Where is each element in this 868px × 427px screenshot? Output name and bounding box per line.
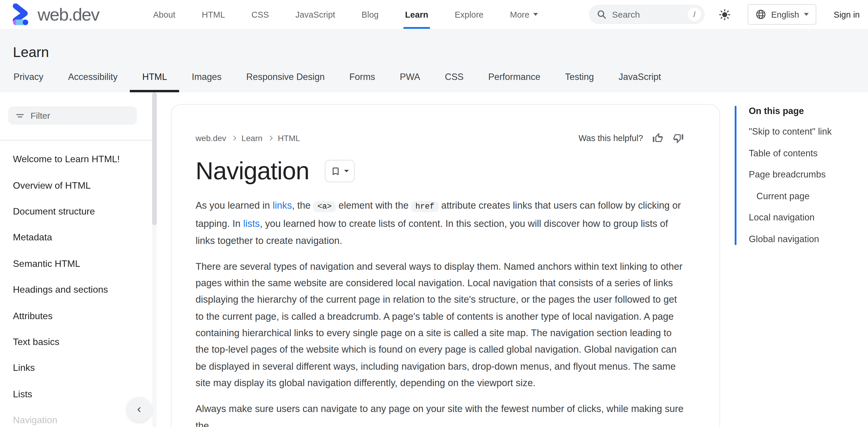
sidebar-collapse-button[interactable]	[127, 397, 152, 422]
toc-item-local-navigation[interactable]: Local navigation	[749, 207, 867, 228]
breadcrumb-learn[interactable]: Learn	[241, 134, 262, 143]
chevron-right-icon	[268, 136, 273, 141]
toc-accent-rule	[735, 106, 737, 245]
breadcrumb-web-dev[interactable]: web.dev	[195, 134, 226, 143]
toc-items: "Skip to content" linkTable of contentsP…	[749, 121, 867, 250]
tab-accessibility[interactable]: Accessibility	[56, 63, 130, 92]
tab-privacy[interactable]: Privacy	[1, 63, 56, 92]
topnav-link-css[interactable]: CSS	[251, 0, 269, 29]
chevron-right-icon	[231, 136, 237, 141]
sidebar-divider	[0, 140, 153, 140]
chevron-left-icon	[135, 405, 143, 414]
top-navigation-bar: web.dev AboutHTMLCSSJavaScriptBlogLearnE…	[0, 0, 868, 29]
topnav-link-label: JavaScript	[296, 10, 335, 19]
thumbs-down-button[interactable]	[673, 132, 684, 144]
topnav-links: AboutHTMLCSSJavaScriptBlogLearnExploreMo…	[153, 0, 538, 29]
tab-forms[interactable]: Forms	[337, 63, 388, 92]
topnav-link-blog[interactable]: Blog	[362, 0, 378, 29]
thumbs-up-button[interactable]	[652, 132, 663, 144]
language-selector[interactable]: English	[748, 4, 816, 25]
sidebar-scrollbar-thumb[interactable]	[152, 92, 157, 225]
feedback-widget: Was this helpful?	[579, 132, 684, 144]
sidebar-item-overview-of-html[interactable]: Overview of HTML	[0, 172, 159, 199]
chevron-down-icon	[344, 170, 349, 172]
learn-hero-section: Learn PrivacyAccessibilityHTMLImagesResp…	[0, 29, 868, 92]
bookmark-button[interactable]	[325, 160, 355, 182]
toc-item-global-navigation[interactable]: Global navigation	[749, 228, 867, 250]
toc-item-page-breadcrumbs[interactable]: Page breadcrumbs	[749, 164, 867, 186]
breadcrumb-links: web.devLearnHTML	[195, 134, 300, 143]
sidebar-chapter-list: Welcome to Learn HTML!Overview of HTMLDo…	[0, 146, 159, 427]
course-sidebar: Filter Welcome to Learn HTML!Overview of…	[0, 92, 166, 427]
search-shortcut-badge: /	[688, 8, 701, 21]
topnav-link-more[interactable]: More	[510, 0, 538, 29]
topnav-link-label: CSS	[251, 10, 269, 19]
filter-placeholder: Filter	[31, 111, 50, 120]
inline-link-links[interactable]: links	[273, 200, 292, 210]
tab-images[interactable]: Images	[179, 63, 234, 92]
page: web.dev AboutHTMLCSSJavaScriptBlogLearnE…	[0, 0, 868, 427]
feedback-label: Was this helpful?	[579, 134, 643, 143]
search-placeholder: Search	[612, 9, 640, 20]
toc-item-current-page[interactable]: Current page	[749, 186, 867, 207]
sidebar-item-document-structure[interactable]: Document structure	[0, 199, 159, 225]
topnav-link-label: Blog	[362, 10, 378, 19]
topnav-link-label: About	[153, 10, 176, 19]
tab-html[interactable]: HTML	[130, 63, 179, 92]
inline-code: href	[411, 201, 439, 212]
theme-toggle-button[interactable]	[718, 7, 732, 22]
tab-responsive-design[interactable]: Responsive Design	[234, 63, 337, 92]
search-icon	[597, 9, 607, 20]
article-card: web.devLearnHTML Was this helpful? Navig…	[171, 104, 720, 427]
toc-list: On this page "Skip to content" linkTable…	[749, 104, 867, 250]
topnav-link-javascript[interactable]: JavaScript	[296, 0, 335, 29]
webdev-logo-icon	[10, 3, 32, 26]
webdev-logo[interactable]: web.dev	[10, 3, 99, 26]
paragraph: Always make sure users can navigate to a…	[195, 401, 685, 427]
paragraph: There are several types of navigation an…	[195, 258, 685, 391]
toc-heading: On this page	[749, 104, 867, 116]
topnav-link-about[interactable]: About	[153, 0, 176, 29]
paragraph: As you learned in links, the <a> element…	[195, 197, 685, 249]
on-this-page-panel: On this page "Skip to content" linkTable…	[735, 104, 867, 250]
language-label: English	[771, 10, 799, 19]
page-section-title: Learn	[13, 44, 49, 60]
tab-javascript[interactable]: JavaScript	[606, 63, 673, 92]
sidebar-item-headings-and-sections[interactable]: Headings and sections	[0, 277, 159, 303]
sidebar-item-links[interactable]: Links	[0, 355, 159, 381]
sidebar-item-semantic-html[interactable]: Semantic HTML	[0, 251, 159, 277]
sun-icon	[718, 7, 732, 22]
globe-icon	[755, 9, 766, 20]
inline-link-lists[interactable]: lists	[243, 218, 259, 229]
topnav-link-label: HTML	[202, 10, 225, 19]
breadcrumb: web.devLearnHTML Was this helpful?	[195, 132, 684, 144]
chevron-down-icon	[533, 13, 538, 16]
thumbs-down-icon	[673, 132, 684, 144]
sidebar-item-metadata[interactable]: Metadata	[0, 225, 159, 251]
logo-text: web.dev	[38, 4, 99, 24]
sidebar-item-text-basics[interactable]: Text basics	[0, 329, 159, 355]
topnav-link-explore[interactable]: Explore	[455, 0, 483, 29]
breadcrumb-html[interactable]: HTML	[278, 134, 300, 143]
chevron-down-icon	[804, 13, 808, 16]
bookmark-icon	[331, 166, 341, 176]
sign-in-button[interactable]: Sign in	[834, 10, 860, 19]
toc-item-skip-to-content-link[interactable]: "Skip to content" link	[749, 121, 867, 143]
tab-css[interactable]: CSS	[433, 63, 476, 92]
sidebar-item-welcome-to-learn-html[interactable]: Welcome to Learn HTML!	[0, 146, 159, 172]
topnav-link-html[interactable]: HTML	[202, 0, 225, 29]
course-tabs: PrivacyAccessibilityHTMLImagesResponsive…	[1, 63, 673, 92]
topnav-link-label: More	[510, 10, 529, 19]
tab-performance[interactable]: Performance	[476, 63, 553, 92]
filter-input[interactable]: Filter	[8, 106, 137, 124]
inline-code: <a>	[313, 201, 336, 212]
topnav-link-label: Explore	[455, 10, 483, 19]
search-input[interactable]: Search /	[589, 5, 705, 24]
article-body: As you learned in links, the <a> element…	[195, 197, 685, 427]
sidebar-item-attributes[interactable]: Attributes	[0, 303, 159, 329]
toc-item-table-of-contents[interactable]: Table of contents	[749, 143, 867, 164]
tab-pwa[interactable]: PWA	[388, 63, 433, 92]
article-title: Navigation	[195, 157, 309, 185]
topnav-link-learn[interactable]: Learn	[405, 0, 428, 29]
tab-testing[interactable]: Testing	[553, 63, 606, 92]
